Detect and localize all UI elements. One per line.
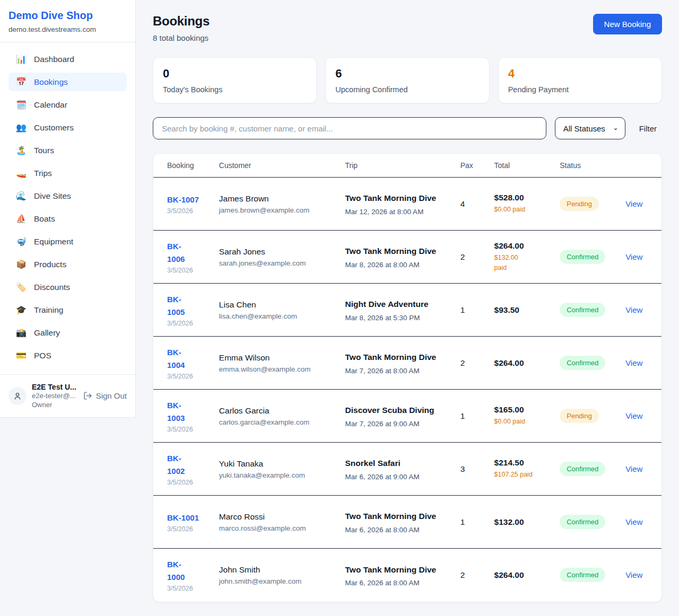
sidebar-item-label: Discounts [34, 283, 70, 292]
sidebar-item[interactable]: 🤿 Equipment [8, 232, 127, 251]
calendar-icon: 📅 [16, 77, 27, 87]
col-header-total: Total [488, 154, 554, 178]
status-filter-select[interactable]: All Statuses [555, 117, 625, 139]
view-link[interactable]: View [625, 411, 642, 420]
stats-row: 0 Today's Bookings 6 Upcoming Confirmed … [153, 57, 662, 103]
sidebar-item[interactable]: 🎓 Training [8, 301, 127, 319]
sidebar-item[interactable]: 📊 Dashboard [8, 50, 127, 68]
sidebar-item[interactable]: 📦 Products [8, 255, 127, 274]
user-role: Owner [32, 401, 76, 410]
bookings-table-card: Booking Customer Trip Pax Total Status B… [153, 153, 662, 602]
person-icon [13, 392, 22, 400]
customer-email: john.smith@example.com [219, 577, 333, 585]
booking-id-link[interactable]: BK- 1004 [167, 346, 185, 372]
view-link[interactable]: View [625, 570, 642, 579]
sailboat-icon: ⛵ [16, 214, 27, 224]
total-amount: $132.00 [494, 517, 547, 527]
table-row: BK-1007 3/5/2026 James Brown james.brown… [153, 178, 661, 231]
booking-id-link[interactable]: BK- 1000 [167, 558, 185, 584]
trip-datetime: Mar 8, 2026 at 8:00 AM [345, 261, 448, 269]
sidebar-item-label: POS [34, 351, 51, 360]
trip-name: Two Tank Morning Dive [345, 510, 443, 523]
view-link[interactable]: View [625, 199, 642, 208]
stat-value: 0 [163, 67, 307, 81]
tag-icon: 🏷️ [16, 282, 27, 292]
sidebar-item[interactable]: 📅 Bookings [8, 73, 127, 91]
sidebar-item[interactable]: ⛵ Boats [8, 209, 127, 228]
sidebar-item[interactable]: 🌊 Dive Sites [8, 187, 127, 205]
filter-button[interactable]: Filter [634, 124, 662, 133]
sidebar-item-label: Dive Sites [34, 191, 71, 201]
sidebar-item[interactable]: 👥 Customers [8, 118, 127, 137]
sidebar-item-label: Calendar [34, 100, 67, 110]
customer-name: Yuki Tanaka [219, 459, 333, 469]
wave-icon: 🌊 [16, 191, 27, 201]
status-badge: Confirmed [560, 515, 605, 529]
booking-id-link[interactable]: BK-1007 [167, 193, 199, 206]
credit-card-icon: 💳 [16, 350, 27, 360]
customer-name: Sarah Jones [219, 247, 333, 257]
sidebar-item[interactable]: 📸 Gallery [8, 323, 127, 342]
booking-id-link[interactable]: BK- 1002 [167, 452, 185, 478]
total-amount: $214.50 [494, 458, 547, 468]
search-input[interactable] [153, 117, 546, 139]
sidebar-item[interactable]: 🏝️ Tours [8, 141, 127, 160]
page-title: Bookings [153, 14, 210, 29]
status-badge: Confirmed [560, 568, 605, 582]
booking-id-link[interactable]: BK-1001 [167, 512, 199, 524]
view-link[interactable]: View [625, 517, 642, 526]
bar-chart-icon: 📊 [16, 54, 27, 64]
status-badge: Confirmed [560, 462, 605, 476]
trip-name: Two Tank Morning Dive [345, 564, 443, 576]
sidebar-item[interactable]: 💳 POS [8, 346, 127, 365]
total-amount: $264.00 [494, 358, 547, 368]
sign-out-button[interactable]: Sign Out [83, 391, 127, 400]
status-filter: All Statuses ⌄ [555, 117, 625, 139]
sidebar-item-label: Customers [34, 123, 74, 133]
island-icon: 🏝️ [16, 145, 27, 155]
pax-count: 2 [460, 570, 465, 579]
stat-value: 4 [508, 67, 652, 81]
booking-id-link[interactable]: BK- 1006 [167, 240, 185, 266]
customer-name: John Smith [219, 565, 333, 575]
booking-id-link[interactable]: BK- 1005 [167, 293, 185, 319]
booking-date: 3/5/2026 [167, 373, 206, 380]
sidebar-item[interactable]: 🏷️ Discounts [8, 278, 127, 296]
user-name: E2E Test U... [32, 382, 76, 392]
sidebar-item-label: Trips [34, 169, 52, 178]
customer-email: lisa.chen@example.com [219, 312, 333, 320]
trip-name: Two Tank Morning Dive [345, 245, 443, 258]
view-link[interactable]: View [625, 464, 642, 473]
camera-icon: 📸 [16, 328, 27, 338]
status-badge: Pending [560, 197, 599, 211]
pax-count: 1 [460, 305, 465, 314]
col-header-actions [619, 154, 661, 178]
package-icon: 📦 [16, 259, 27, 269]
user-email: e2e-tester@... [32, 392, 76, 401]
customer-name: Lisa Chen [219, 300, 333, 310]
trip-name: Two Tank Morning Dive [345, 192, 443, 205]
customer-name: Emma Wilson [219, 353, 333, 363]
col-header-pax: Pax [454, 154, 488, 178]
view-link[interactable]: View [625, 358, 642, 367]
pax-count: 4 [460, 199, 465, 208]
stat-card: 6 Upcoming Confirmed [325, 57, 489, 103]
paid-amount: $132.00 paid [494, 253, 547, 272]
sidebar-user-footer: E2E Test U... e2e-tester@... Owner Sign … [0, 374, 135, 417]
view-link[interactable]: View [625, 252, 642, 261]
diving-mask-icon: 🤿 [16, 236, 27, 247]
booking-date: 3/5/2026 [167, 479, 206, 486]
view-link[interactable]: View [625, 305, 642, 314]
sidebar-item[interactable]: 🗓️ Calendar [8, 95, 127, 114]
table-row: BK- 1006 3/5/2026 Sarah Jones sarah.jone… [153, 231, 661, 284]
booking-id-link[interactable]: BK- 1003 [167, 399, 185, 425]
brand-domain: demo.test.divestreams.com [8, 25, 127, 33]
paid-amount: $0.00 paid [494, 417, 547, 426]
sidebar-item[interactable]: 🚤 Trips [8, 164, 127, 182]
trip-datetime: Mar 12, 2026 at 8:00 AM [345, 208, 448, 216]
sidebar: Demo Dive Shop demo.test.divestreams.com… [0, 0, 136, 418]
table-header-row: Booking Customer Trip Pax Total Status [153, 154, 661, 178]
new-booking-button[interactable]: New Booking [593, 14, 662, 34]
pax-count: 2 [460, 252, 465, 261]
page-header: Bookings 8 total bookings New Booking [153, 14, 662, 42]
